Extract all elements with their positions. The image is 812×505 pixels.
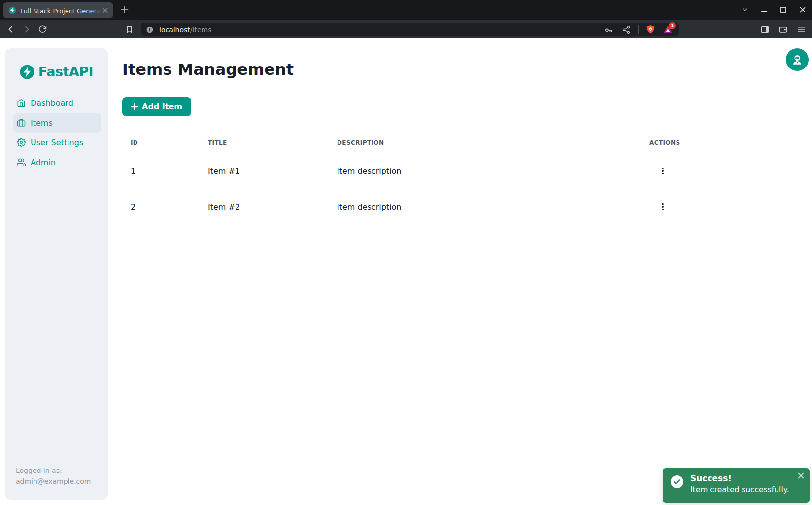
- sidebar-item-label: Dashboard: [31, 99, 73, 108]
- briefcase-icon: [17, 118, 26, 127]
- check-circle-icon: [670, 475, 684, 489]
- gear-icon: [17, 138, 26, 147]
- tab-strip: Full Stack Project Genera: [0, 0, 812, 20]
- column-header-description: DESCRIPTION: [337, 139, 649, 146]
- maximize-icon[interactable]: [779, 5, 788, 14]
- fastapi-favicon-icon: [8, 6, 16, 14]
- browser-window: Full Stack Project Genera: [0, 0, 812, 505]
- new-tab-button[interactable]: [119, 4, 131, 16]
- brave-rewards-icon[interactable]: 1: [662, 24, 673, 35]
- logo-text: FastAPI: [38, 64, 93, 79]
- share-icon[interactable]: [621, 24, 632, 35]
- site-info-icon[interactable]: [145, 25, 154, 34]
- sidebar-item-label: User Settings: [31, 138, 83, 147]
- browser-tab[interactable]: Full Stack Project Genera: [3, 2, 113, 18]
- wallet-icon[interactable]: [778, 24, 788, 34]
- page-title: Items Management: [122, 60, 294, 79]
- cell-description: Item description: [337, 167, 649, 176]
- sidebar-item-admin[interactable]: Admin: [13, 152, 102, 172]
- url-bar[interactable]: localhost/items 1: [141, 23, 679, 36]
- toast-title: Success!: [690, 473, 732, 483]
- menu-icon[interactable]: [796, 24, 806, 34]
- plus-icon: [131, 103, 138, 110]
- cell-description: Item description: [337, 202, 649, 212]
- app-page: FastAPI Dashboard Items: [0, 38, 812, 505]
- users-icon: [17, 158, 26, 167]
- row-actions-kebab-icon[interactable]: [656, 164, 669, 178]
- fastapi-logo: FastAPI: [5, 48, 108, 79]
- row-actions-kebab-icon[interactable]: [656, 200, 669, 214]
- sidebar-item-label: Items: [31, 118, 53, 128]
- sidebar: FastAPI Dashboard Items: [5, 48, 108, 500]
- cell-title: Item #2: [208, 202, 337, 212]
- rewards-badge: 1: [669, 22, 676, 29]
- back-icon[interactable]: [6, 25, 15, 34]
- user-avatar-button[interactable]: [786, 48, 809, 71]
- logged-in-label: Logged in as:: [16, 465, 91, 476]
- cell-id: 2: [122, 202, 208, 212]
- url-text: localhost/items: [159, 26, 211, 34]
- browser-toolbar: localhost/items 1: [0, 20, 812, 38]
- sidebar-item-dashboard[interactable]: Dashboard: [13, 93, 102, 113]
- key-icon[interactable]: [604, 24, 614, 35]
- forward-icon[interactable]: [22, 25, 31, 34]
- items-table: ID TITLE DESCRIPTION ACTIONS 1 Item #1 I…: [122, 133, 806, 225]
- sidebar-item-items[interactable]: Items: [13, 113, 102, 133]
- toolbar-divider: [638, 25, 639, 34]
- table-row: 2 Item #2 Item description: [122, 189, 806, 225]
- url-host: localhost: [159, 26, 190, 34]
- close-window-icon[interactable]: [798, 5, 807, 14]
- toast-message: Item created successfully.: [690, 485, 789, 494]
- tab-title-fade: [88, 6, 101, 15]
- sidebar-toggle-icon[interactable]: [760, 24, 770, 34]
- fastapi-logo-icon: [20, 65, 34, 79]
- column-header-id: ID: [122, 139, 208, 146]
- column-header-title: TITLE: [208, 139, 337, 146]
- cell-title: Item #1: [208, 167, 337, 176]
- minimize-icon[interactable]: [760, 5, 769, 14]
- column-header-actions: ACTIONS: [649, 139, 806, 146]
- home-icon: [17, 99, 26, 107]
- add-item-button[interactable]: Add Item: [122, 97, 191, 116]
- tab-close-icon[interactable]: [101, 6, 109, 15]
- sidebar-item-user-settings[interactable]: User Settings: [13, 133, 102, 152]
- chevron-down-icon[interactable]: [741, 5, 749, 14]
- astronaut-icon: [791, 53, 804, 66]
- reload-icon[interactable]: [38, 25, 47, 34]
- sidebar-item-label: Admin: [31, 158, 56, 167]
- logged-in-email: admin@example.com: [16, 476, 91, 487]
- cell-id: 1: [122, 167, 208, 176]
- bookmark-icon[interactable]: [124, 24, 134, 34]
- add-item-label: Add Item: [142, 102, 182, 111]
- table-row: 1 Item #1 Item description: [122, 153, 806, 189]
- logged-in-info: Logged in as: admin@example.com: [16, 465, 91, 487]
- url-path: /items: [190, 26, 212, 34]
- sidebar-nav: Dashboard Items User Settings: [13, 93, 102, 172]
- table-header-row: ID TITLE DESCRIPTION ACTIONS: [122, 133, 806, 153]
- toast-close-icon[interactable]: [796, 471, 805, 480]
- brave-shield-icon[interactable]: [645, 24, 656, 35]
- success-toast: Success! Item created successfully.: [663, 468, 810, 503]
- window-controls: [741, 0, 807, 20]
